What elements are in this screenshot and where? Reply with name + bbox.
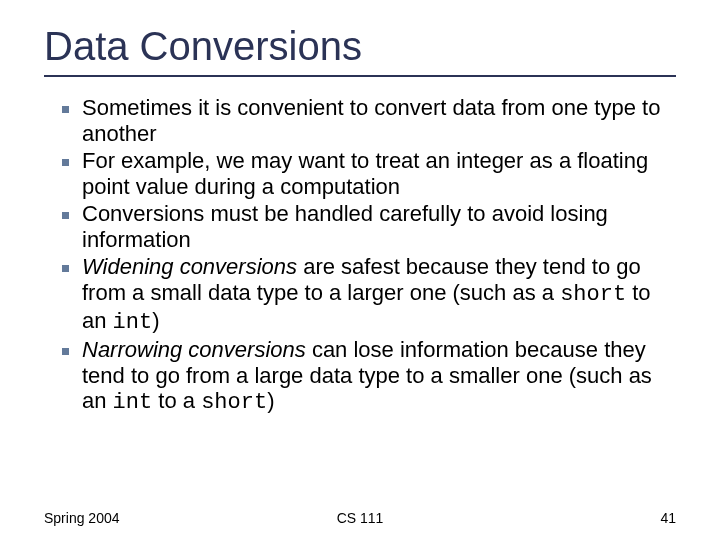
bullet-item: Sometimes it is convenient to convert da… bbox=[48, 95, 676, 147]
bullet-text: Narrowing conversions can lose informati… bbox=[82, 337, 676, 417]
slide-title: Data Conversions bbox=[44, 24, 676, 69]
bullet-text: For example, we may want to treat an int… bbox=[82, 148, 676, 200]
bullet-text: Conversions must be handled carefully to… bbox=[82, 201, 676, 253]
square-icon bbox=[62, 265, 69, 272]
bullet-item: Widening conversions are safest because … bbox=[48, 254, 676, 336]
footer: Spring 2004 CS 111 41 bbox=[0, 510, 720, 526]
bullet-text: Widening conversions are safest because … bbox=[82, 254, 676, 336]
bullet-marker bbox=[48, 95, 82, 113]
footer-center: CS 111 bbox=[0, 510, 720, 526]
bullet-item: For example, we may want to treat an int… bbox=[48, 148, 676, 200]
bullet-marker bbox=[48, 254, 82, 272]
bullet-list: Sometimes it is convenient to convert da… bbox=[44, 95, 676, 416]
square-icon bbox=[62, 159, 69, 166]
square-icon bbox=[62, 106, 69, 113]
bullet-item: Conversions must be handled carefully to… bbox=[48, 201, 676, 253]
slide: Data Conversions Sometimes it is conveni… bbox=[0, 0, 720, 540]
bullet-marker bbox=[48, 201, 82, 219]
square-icon bbox=[62, 348, 69, 355]
bullet-marker bbox=[48, 337, 82, 355]
square-icon bbox=[62, 212, 69, 219]
bullet-item: Narrowing conversions can lose informati… bbox=[48, 337, 676, 417]
title-rule bbox=[44, 75, 676, 77]
bullet-text: Sometimes it is convenient to convert da… bbox=[82, 95, 676, 147]
bullet-marker bbox=[48, 148, 82, 166]
